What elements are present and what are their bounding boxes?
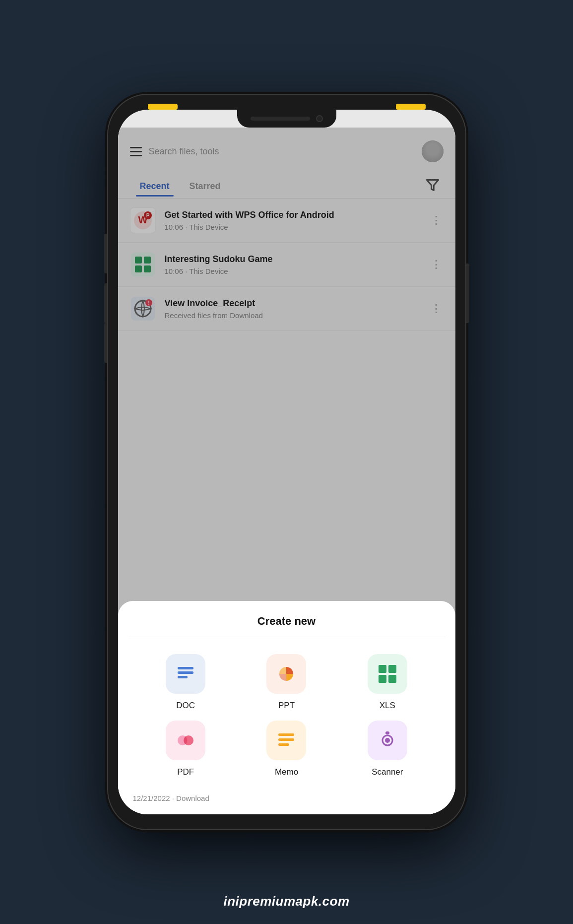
svg-rect-34 <box>178 676 188 678</box>
svg-rect-38 <box>379 675 386 683</box>
create-xls-option[interactable]: XLS <box>339 654 435 711</box>
modal-overlay: Create new DOC <box>118 128 455 814</box>
xls-label: XLS <box>380 701 395 711</box>
pdf-icon <box>166 721 205 760</box>
create-memo-option[interactable]: Memo <box>239 721 334 777</box>
svg-rect-36 <box>379 665 386 673</box>
create-options-grid: DOC <box>128 649 446 787</box>
svg-rect-37 <box>388 665 396 673</box>
app-content: Search files, tools Recent Starred <box>118 128 455 814</box>
svg-rect-32 <box>178 667 193 669</box>
scanner-icon <box>368 721 407 760</box>
svg-rect-39 <box>388 675 396 683</box>
memo-label: Memo <box>275 767 298 777</box>
camera-icon <box>316 115 323 122</box>
notch-pill <box>251 117 310 121</box>
svg-rect-33 <box>178 671 193 674</box>
yellow-accent-left <box>148 104 178 110</box>
scanner-label: Scanner <box>372 767 403 777</box>
create-pdf-option[interactable]: PDF <box>138 721 234 777</box>
notch <box>237 110 336 128</box>
create-ppt-option[interactable]: PPT <box>239 654 334 711</box>
create-scanner-option[interactable]: Scanner <box>339 721 435 777</box>
xls-icon <box>368 654 407 694</box>
svg-rect-44 <box>278 743 289 746</box>
screen: Search files, tools Recent Starred <box>118 110 455 814</box>
memo-icon <box>266 721 306 760</box>
create-new-title: Create new <box>128 615 446 637</box>
create-new-sheet: Create new DOC <box>118 601 455 814</box>
file-below-meta: 12/21/2022 · Download <box>128 787 446 804</box>
watermark: inipremiumapk.com <box>223 894 349 909</box>
svg-rect-42 <box>278 733 294 736</box>
ppt-label: PPT <box>278 701 295 711</box>
doc-label: DOC <box>176 701 195 711</box>
doc-icon <box>166 654 205 694</box>
svg-point-46 <box>385 738 390 743</box>
phone-shell: Search files, tools Recent Starred <box>108 95 465 829</box>
pdf-label: PDF <box>177 767 194 777</box>
create-doc-option[interactable]: DOC <box>138 654 234 711</box>
yellow-accent-right <box>396 104 426 110</box>
ppt-icon <box>266 654 306 694</box>
svg-rect-43 <box>278 738 294 741</box>
svg-rect-47 <box>385 731 389 734</box>
